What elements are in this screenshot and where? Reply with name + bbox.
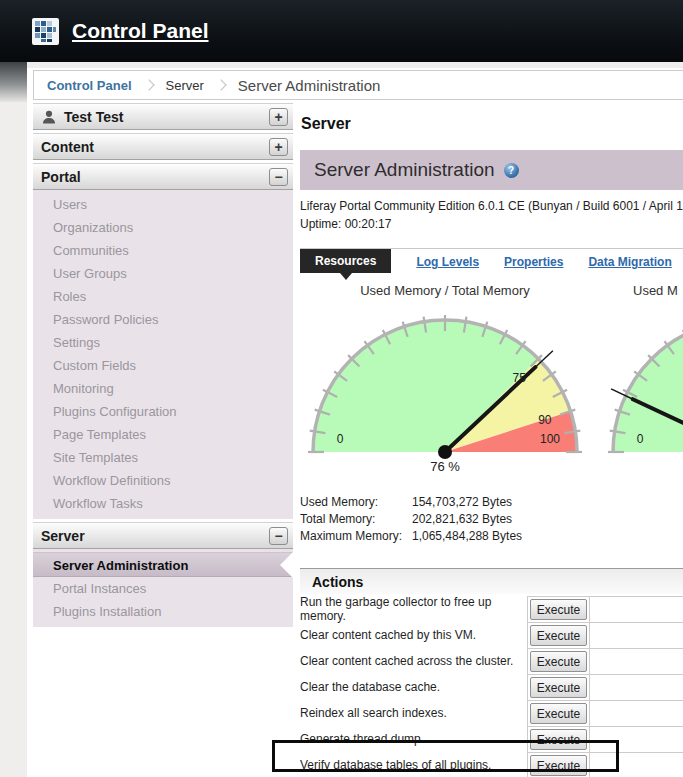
uptime-line: Uptime: 00:20:17 [300, 217, 683, 231]
memory-stat-row: Maximum Memory:1,065,484,288 Bytes [300, 528, 683, 545]
gauge-chart: 0759010014 % [600, 302, 683, 474]
action-row-clear-content-cached-across-th: Clear content cached across the cluster.… [300, 648, 683, 674]
sidebar-item-workflow-tasks[interactable]: Workflow Tasks [33, 492, 293, 515]
action-button-cell: Execute [527, 700, 590, 726]
control-panel-logo-icon [32, 18, 59, 45]
action-button-cell: Execute [527, 674, 590, 700]
sidebar-item-site-templates[interactable]: Site Templates [33, 446, 293, 469]
sidebar-item-monitoring[interactable]: Monitoring [33, 377, 293, 400]
action-button-cell: Execute [527, 726, 590, 752]
gauge-value-label: 76 % [430, 459, 460, 474]
sidebar-item-user-groups[interactable]: User Groups [33, 262, 293, 285]
gauge-title: Used M [600, 283, 683, 298]
portlet-title-bar: Server Administration ? [300, 150, 683, 190]
memory-stats: Used Memory:154,703,272 BytesTotal Memor… [300, 494, 683, 545]
action-button-cell: Execute [527, 596, 590, 622]
sidebar-item-plugins-configuration[interactable]: Plugins Configuration [33, 400, 293, 423]
breadcrumb-server[interactable]: Server [166, 78, 204, 93]
expand-icon[interactable]: + [269, 108, 288, 126]
memory-stat-value: 202,821,632 Bytes [412, 511, 512, 528]
sidebar-item-server-administration[interactable]: Server Administration [33, 552, 293, 577]
execute-button[interactable]: Execute [530, 599, 587, 620]
sidebar-section-label: Test Test [64, 109, 262, 125]
sidebar-item-password-policies[interactable]: Password Policies [33, 308, 293, 331]
app-header: Control Panel [0, 0, 683, 62]
tab-properties[interactable]: Properties [504, 249, 563, 275]
svg-text:0: 0 [337, 432, 344, 446]
svg-text:0: 0 [637, 432, 644, 446]
sidebar-section-items: Server AdministrationPortal InstancesPlu… [33, 549, 293, 627]
svg-text:100: 100 [540, 432, 560, 446]
tab-data-migration[interactable]: Data Migration [588, 249, 671, 275]
action-description: Reindex all search indexes. [300, 700, 527, 726]
execute-button[interactable]: Execute [530, 677, 587, 698]
execute-button[interactable]: Execute [530, 651, 587, 672]
execute-button[interactable]: Execute [530, 703, 587, 724]
breadcrumb: Control Panel Server Server Administrati… [33, 70, 683, 100]
actions-header: Actions [300, 568, 683, 594]
gauge-used-memory-total-memory: Used Memory / Total Memory0759010076 % [300, 283, 590, 474]
sidebar-section-label: Content [41, 139, 262, 155]
left-edge-gradient [0, 62, 27, 102]
user-icon [41, 109, 57, 125]
action-row-generate-thread-dump: Generate thread dump.Execute [300, 726, 683, 752]
actions-title: Actions [312, 574, 363, 590]
gauge-chart: 0759010076 % [300, 302, 590, 474]
execute-button[interactable]: Execute [530, 729, 587, 750]
action-button-cell: Execute [527, 752, 590, 777]
chevron-right-icon [143, 79, 154, 90]
sidebar-item-settings[interactable]: Settings [33, 331, 293, 354]
execute-button[interactable]: Execute [530, 625, 587, 646]
collapse-icon[interactable]: − [269, 168, 288, 186]
breadcrumb-server-administration: Server Administration [238, 77, 381, 94]
svg-text:90: 90 [538, 413, 552, 427]
sidebar-item-plugins-installation[interactable]: Plugins Installation [33, 600, 293, 623]
sidebar-item-custom-fields[interactable]: Custom Fields [33, 354, 293, 377]
app-title-link[interactable]: Control Panel [72, 19, 209, 43]
expand-icon[interactable]: + [269, 138, 288, 156]
action-description: Clear the database cache. [300, 674, 527, 700]
action-description: Clear content cached across the cluster. [300, 648, 527, 674]
actions-table: Run the garbage collector to free up mem… [300, 596, 683, 777]
action-row-clear-the-database-cache: Clear the database cache.Execute [300, 674, 683, 700]
chevron-right-icon [215, 79, 226, 90]
version-line: Liferay Portal Community Edition 6.0.1 C… [300, 199, 683, 213]
sidebar-item-page-templates[interactable]: Page Templates [33, 423, 293, 446]
sidebar-item-communities[interactable]: Communities [33, 239, 293, 262]
tab-bar: ResourcesLog LevelsPropertiesData Migrat… [300, 248, 683, 275]
sidebar-item-workflow-definitions[interactable]: Workflow Definitions [33, 469, 293, 492]
memory-stat-label: Used Memory: [300, 494, 412, 511]
help-icon[interactable]: ? [504, 163, 519, 178]
page-title: Server [301, 115, 683, 133]
action-button-cell: Execute [527, 622, 590, 648]
sidebar-section-items: UsersOrganizationsCommunitiesUser Groups… [33, 190, 293, 519]
sidebar-item-portal-instances[interactable]: Portal Instances [33, 577, 293, 600]
sidebar-item-organizations[interactable]: Organizations [33, 216, 293, 239]
action-description: Run the garbage collector to free up mem… [300, 596, 527, 622]
sidebar-section-server[interactable]: Server− [33, 522, 293, 549]
memory-stat-label: Maximum Memory: [300, 528, 412, 545]
memory-stat-value: 1,065,484,288 Bytes [412, 528, 522, 545]
sidebar-section-test-test[interactable]: Test Test+ [33, 103, 293, 130]
sidebar-section-content[interactable]: Content+ [33, 133, 293, 160]
collapse-icon[interactable]: − [269, 527, 288, 545]
action-description: Generate thread dump. [300, 726, 527, 752]
sidebar-item-users[interactable]: Users [33, 193, 293, 216]
action-row-clear-content-cached-by-this-v: Clear content cached by this VM.Execute [300, 622, 683, 648]
gauge-title: Used Memory / Total Memory [300, 283, 590, 298]
action-row-verify-database-tables-of-all-: Verify database tables of all plugins.Ex… [300, 752, 683, 777]
sidebar-section-portal[interactable]: Portal− [33, 163, 293, 190]
sidebar-section-label: Server [41, 528, 262, 544]
tab-log-levels[interactable]: Log Levels [416, 249, 479, 275]
memory-stat-value: 154,703,272 Bytes [412, 494, 512, 511]
gauge-used-m: Used M0759010014 % [600, 283, 683, 474]
execute-button[interactable]: Execute [530, 755, 587, 776]
breadcrumb-control-panel[interactable]: Control Panel [47, 78, 132, 93]
sidebar-item-roles[interactable]: Roles [33, 285, 293, 308]
memory-stat-row: Total Memory:202,821,632 Bytes [300, 511, 683, 528]
action-description: Verify database tables of all plugins. [300, 752, 527, 777]
tab-resources[interactable]: Resources [300, 249, 391, 273]
action-row-reindex-all-search-indexes: Reindex all search indexes.Execute [300, 700, 683, 726]
memory-stat-row: Used Memory:154,703,272 Bytes [300, 494, 683, 511]
sidebar: Test Test+Content+Portal−UsersOrganizati… [33, 103, 293, 777]
